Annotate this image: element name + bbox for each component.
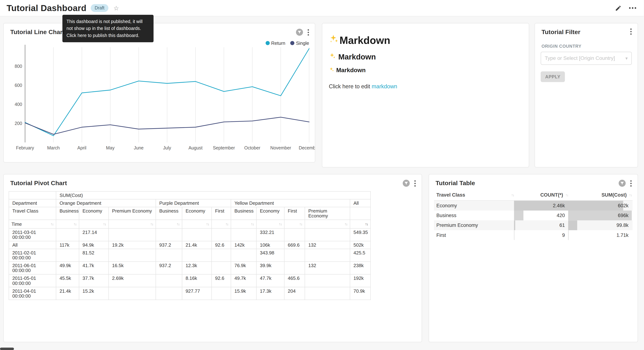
cell-sum: 99.8k xyxy=(568,220,632,230)
pivot-cell: 45.5k xyxy=(56,274,79,287)
pivot-data-row: All117k94.9k19.2k937.221.4k92.6142k106k6… xyxy=(9,241,370,249)
apply-button[interactable]: APPLY xyxy=(540,72,565,82)
kebab-menu-icon[interactable] xyxy=(414,180,416,186)
pivot-time-label: Time xyxy=(12,222,22,226)
sort-icon[interactable]: ↑↓ xyxy=(279,222,282,226)
status-badge[interactable]: Draft xyxy=(90,4,108,12)
pivot-cell xyxy=(305,287,350,300)
select-placeholder: Type or Select [Origin Country] xyxy=(545,56,615,61)
cell-sum: 696k xyxy=(568,210,632,220)
pivot-cell xyxy=(156,228,182,241)
pivot-cell: 117k xyxy=(56,241,79,249)
sort-icon[interactable]: ↑↓ xyxy=(365,222,368,226)
chart-title: Tutorial Line Chart xyxy=(10,28,64,35)
markdown-h1: Markdown xyxy=(329,34,522,46)
sort-icon[interactable]: ↑↓ xyxy=(299,222,302,226)
cross-filter-icon[interactable] xyxy=(296,28,303,36)
column-header-count[interactable]: COUNT(*)↑↓ xyxy=(514,192,568,198)
table-row[interactable]: Business420696k xyxy=(434,210,632,220)
pivot-class-header: Premium Economy xyxy=(109,207,156,220)
pivot-class-header: Economy xyxy=(182,207,212,220)
sort-icon[interactable]: ↑↓ xyxy=(344,222,348,226)
table-body: Economy2.46k602kBusiness420696kPremium E… xyxy=(434,201,632,240)
pivot-cell xyxy=(109,287,156,300)
pivot-cell xyxy=(212,262,231,274)
pivot-cell xyxy=(109,228,156,241)
count-bar xyxy=(514,210,523,220)
cell-count: 420 xyxy=(514,210,568,220)
sort-icon: ↑↓ xyxy=(512,193,514,197)
pivot-class-header: Premium Economy xyxy=(305,207,350,220)
cross-filter-icon[interactable] xyxy=(618,179,626,187)
pivot-class-header: Business xyxy=(56,207,79,220)
sum-bar xyxy=(568,220,577,230)
pivot-cell: 15.9k xyxy=(231,287,256,300)
cell-sum: 602k xyxy=(568,201,632,210)
pivot-metric-row: SUM(Cost) xyxy=(9,192,370,199)
markdown-edit-link[interactable]: markdown xyxy=(372,83,397,90)
x-tick-label: February xyxy=(16,145,34,150)
pivot-cell: 17.3k xyxy=(256,287,284,300)
ellipsis-menu-icon[interactable] xyxy=(629,7,636,9)
cross-filter-icon[interactable] xyxy=(402,179,410,187)
table-row[interactable]: First91.71k xyxy=(434,230,632,240)
markdown-card[interactable]: Markdown Markdown Markdown Click here to… xyxy=(322,23,529,168)
favorite-star-icon[interactable]: ☆ xyxy=(114,4,119,12)
origin-country-select[interactable]: Type or Select [Origin Country] ▾ xyxy=(540,52,632,65)
sort-icon[interactable]: ↑↓ xyxy=(103,222,106,226)
table-header-row: Travel Class↑↓COUNT(*)↑↓SUM(Cost)↑↓ xyxy=(434,190,632,201)
sort-icon[interactable]: ↑↓ xyxy=(225,222,228,226)
line-chart-svg: 200400600800FebruaryMarchAprilMayJuneJul… xyxy=(4,42,315,163)
sort-icon[interactable]: ↑↓ xyxy=(150,222,153,226)
pivot-cell xyxy=(182,228,212,241)
filter-title: Tutorial Filter xyxy=(542,28,580,35)
sort-icon[interactable]: ↑↓ xyxy=(251,222,254,226)
header-actions xyxy=(615,5,644,11)
table-row[interactable]: Economy2.46k602k xyxy=(434,201,632,210)
y-tick-label: 200 xyxy=(15,121,22,126)
pivot-cell: 132 xyxy=(305,262,350,274)
pivot-cell: 549.35 xyxy=(350,228,370,241)
pivot-cell xyxy=(284,262,305,274)
pivot-class-row: Travel ClassBusinessEconomyPremium Econo… xyxy=(9,207,370,220)
horizontal-scrollbar-thumb[interactable] xyxy=(0,348,14,350)
table-card: Tutorial Table Travel Class↑↓COUNT(*)↑↓S… xyxy=(429,174,638,342)
sort-icon[interactable]: ↑↓ xyxy=(176,222,180,226)
table-row[interactable]: Premium Economy6199.8k xyxy=(434,220,632,230)
sort-icon[interactable]: ↑↓ xyxy=(50,222,53,226)
filter-card: Tutorial Filter ORIGIN COUNTRY Type or S… xyxy=(534,23,638,168)
column-header-sum[interactable]: SUM(Cost)↑↓ xyxy=(568,192,632,198)
sort-icon[interactable]: ↑↓ xyxy=(74,222,76,226)
pivot-data-row: 2011-05-01 00:00:0045.5k37.7k2.69k8.16k9… xyxy=(9,274,370,287)
kebab-menu-icon[interactable] xyxy=(630,180,632,186)
x-tick-label: November xyxy=(270,145,291,150)
pivot-cell xyxy=(231,249,256,262)
pivot-class-header: First xyxy=(284,207,305,220)
edit-pencil-icon[interactable] xyxy=(615,5,622,11)
pivot-cell: 425.5 xyxy=(350,249,370,262)
page-title: Tutorial Dashboard xyxy=(6,3,86,13)
column-header-travel-class[interactable]: Travel Class↑↓ xyxy=(434,192,514,198)
pivot-department-row: DepartmentOrange DepartmentPurple Depart… xyxy=(9,199,370,207)
x-tick-label: July xyxy=(163,145,171,150)
pivot-row-key: 2011-04-01 00:00:00 xyxy=(9,287,56,300)
y-tick-label: 600 xyxy=(15,83,22,88)
kebab-menu-icon[interactable] xyxy=(308,29,309,36)
pivot-chart-card: Tutorial Pivot Chart SUM(Cost)Department… xyxy=(3,174,422,342)
pivot-cell xyxy=(212,249,231,262)
sparkles-icon xyxy=(329,52,336,62)
x-tick-label: June xyxy=(134,145,144,150)
sort-icon[interactable]: ↑↓ xyxy=(206,222,209,226)
pivot-cell xyxy=(305,228,350,241)
cell-count: 61 xyxy=(514,220,568,230)
pivot-department-header: Orange Department xyxy=(56,199,156,207)
kebab-menu-icon[interactable] xyxy=(630,28,632,35)
pivot-cell: 81.52 xyxy=(79,249,109,262)
cell-travel-class: Economy xyxy=(434,201,514,210)
pivot-table: SUM(Cost)DepartmentOrange DepartmentPurp… xyxy=(9,191,371,300)
publish-tooltip[interactable]: This dashboard is not published, it will… xyxy=(62,15,154,42)
pivot-metric-label: SUM(Cost) xyxy=(56,192,370,199)
pivot-row-key: 2011-02-01 00:00:00 xyxy=(9,249,56,262)
pivot-cell xyxy=(305,249,350,262)
sparkles-icon xyxy=(329,34,339,46)
